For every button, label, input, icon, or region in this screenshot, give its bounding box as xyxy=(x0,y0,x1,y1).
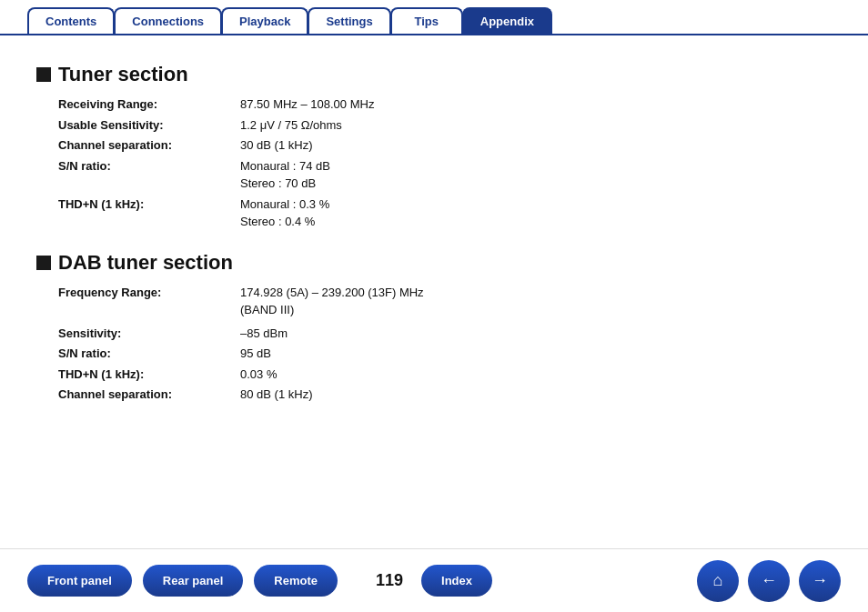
section-square-icon xyxy=(36,256,51,270)
tuner-section-title: Tuner section xyxy=(58,63,188,86)
spec-label: Channel separation: xyxy=(58,386,240,404)
nav-icons-group: ⌂ ← → xyxy=(697,560,841,602)
home-nav-button[interactable]: ⌂ xyxy=(697,560,739,602)
tab-contents[interactable]: Contents xyxy=(27,7,115,34)
table-row: Usable Sensitivity: 1.2 μV / 75 Ω/ohms xyxy=(58,116,832,135)
tab-playback[interactable]: Playback xyxy=(221,7,308,34)
table-row: Channel separation: 30 dB (1 kHz) xyxy=(58,136,832,155)
tab-tips[interactable]: Tips xyxy=(390,7,463,34)
spec-value-line: (BAND III) xyxy=(240,301,424,319)
tab-navigation: Contents Connections Playback Settings T… xyxy=(0,0,868,35)
spec-value-line: 174.928 (5A) – 239.200 (13F) MHz xyxy=(240,284,424,302)
forward-arrow-icon: → xyxy=(812,571,828,590)
spec-value-line: Monaural : 0.3 % xyxy=(240,196,329,214)
spec-label: Usable Sensitivity: xyxy=(58,116,240,135)
remote-button[interactable]: Remote xyxy=(254,565,338,597)
spec-value: 174.928 (5A) – 239.200 (13F) MHz (BAND I… xyxy=(240,284,424,319)
table-row: THD+N (1 kHz): Monaural : 0.3 % Stereo :… xyxy=(58,196,832,231)
table-row: Receiving Range: 87.50 MHz – 108.00 MHz xyxy=(58,95,832,114)
spec-value: –85 dBm xyxy=(240,325,288,343)
spec-value: 95 dB xyxy=(240,345,271,363)
back-arrow-icon: ← xyxy=(761,571,777,590)
bottom-bar: Front panel Rear panel Remote 119 Index … xyxy=(0,548,868,612)
dab-section-title: DAB tuner section xyxy=(58,251,233,275)
tab-connections[interactable]: Connections xyxy=(114,7,222,34)
page-number: 119 xyxy=(376,571,403,590)
table-row: S/N ratio: 95 dB xyxy=(58,345,832,363)
rear-panel-button[interactable]: Rear panel xyxy=(143,565,243,597)
table-row: THD+N (1 kHz): 0.03 % xyxy=(58,366,832,384)
home-icon: ⌂ xyxy=(713,571,723,590)
spec-label: Frequency Range: xyxy=(58,284,240,319)
tuner-spec-table: Receiving Range: 87.50 MHz – 108.00 MHz … xyxy=(58,95,832,231)
spec-value: 30 dB (1 kHz) xyxy=(240,136,312,155)
dab-spec-table: Frequency Range: 174.928 (5A) – 239.200 … xyxy=(58,284,832,404)
spec-label: S/N ratio: xyxy=(58,157,240,193)
spec-label: Receiving Range: xyxy=(58,95,240,114)
section-square-icon xyxy=(36,67,51,82)
spec-value: 0.03 % xyxy=(240,366,277,384)
forward-nav-button[interactable]: → xyxy=(799,560,841,602)
tab-settings[interactable]: Settings xyxy=(308,7,390,34)
table-row: Channel separation: 80 dB (1 kHz) xyxy=(58,386,832,404)
tuner-section-header: Tuner section xyxy=(36,63,832,86)
spec-label: THD+N (1 kHz): xyxy=(58,196,240,231)
table-row: Frequency Range: 174.928 (5A) – 239.200 … xyxy=(58,284,832,319)
spec-label: Sensitivity: xyxy=(58,325,240,343)
spec-value-line: Monaural : 74 dB xyxy=(240,157,330,176)
spec-label: THD+N (1 kHz): xyxy=(58,366,240,384)
front-panel-button[interactable]: Front panel xyxy=(27,565,132,597)
spec-label: Channel separation: xyxy=(58,136,240,155)
spec-value: 80 dB (1 kHz) xyxy=(240,386,312,404)
page-number-area: 119 Index xyxy=(376,565,492,597)
spec-value: 1.2 μV / 75 Ω/ohms xyxy=(240,116,342,135)
main-content: Tuner section Receiving Range: 87.50 MHz… xyxy=(0,35,868,416)
spec-value: Monaural : 0.3 % Stereo : 0.4 % xyxy=(240,196,329,231)
spec-value-line: Stereo : 0.4 % xyxy=(240,213,329,231)
table-row: S/N ratio: Monaural : 74 dB Stereo : 70 … xyxy=(58,157,832,193)
dab-section-header: DAB tuner section xyxy=(36,251,832,275)
back-nav-button[interactable]: ← xyxy=(748,560,790,602)
index-button[interactable]: Index xyxy=(421,565,492,597)
spec-value: 87.50 MHz – 108.00 MHz xyxy=(240,95,374,114)
spec-value: Monaural : 74 dB Stereo : 70 dB xyxy=(240,157,330,193)
tab-appendix[interactable]: Appendix xyxy=(462,7,552,34)
spec-label: S/N ratio: xyxy=(58,345,240,363)
bottom-left-buttons: Front panel Rear panel Remote xyxy=(27,565,348,597)
spec-value-line: Stereo : 70 dB xyxy=(240,175,330,193)
table-row: Sensitivity: –85 dBm xyxy=(58,325,832,343)
